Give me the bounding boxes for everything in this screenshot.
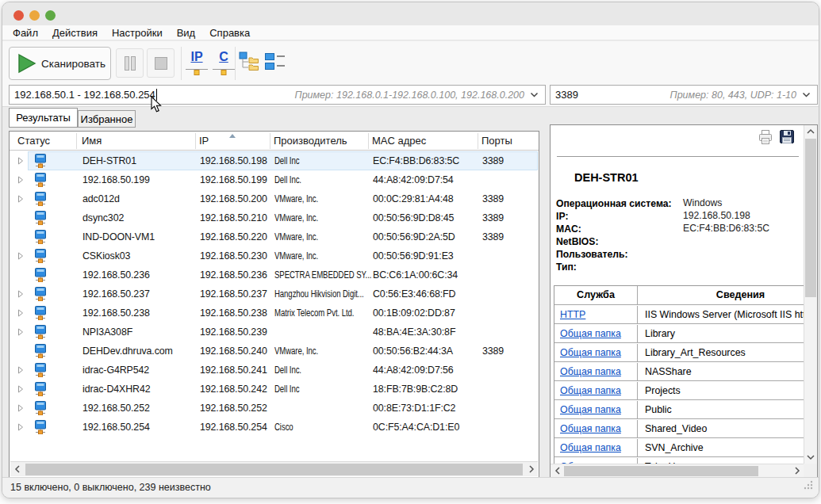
device-row[interactable]: idrac-G4RP542192.168.50.241Dell Inc.44:A… xyxy=(10,361,538,380)
expand-arrow-icon[interactable] xyxy=(17,399,27,418)
expand-arrow-icon[interactable] xyxy=(17,361,27,380)
expand-arrow-icon[interactable] xyxy=(17,284,27,304)
column-separator[interactable] xyxy=(368,133,369,149)
detail-field: IP:192.168.50.198 xyxy=(556,209,800,222)
tree-view-button[interactable] xyxy=(239,51,263,74)
chevron-down-icon[interactable] xyxy=(530,92,539,97)
scroll-right-arrow[interactable] xyxy=(524,462,538,476)
scroll-left-arrow[interactable] xyxy=(551,464,564,477)
column-separator[interactable] xyxy=(195,133,196,149)
column-header-4[interactable]: MAC адрес xyxy=(372,132,426,151)
scrollbar-thumb[interactable] xyxy=(25,464,523,475)
minimize-window-button[interactable] xyxy=(29,10,40,21)
device-row[interactable]: 192.168.50.199192.168.50.199Dell Inc.44:… xyxy=(10,170,538,189)
service-link[interactable]: Общая папка xyxy=(560,423,621,434)
computer-icon xyxy=(33,399,49,418)
cell-name: DEH-STR01 xyxy=(82,151,198,170)
scroll-up-arrow[interactable] xyxy=(804,125,817,138)
column-separator[interactable] xyxy=(270,133,270,149)
menu-item-4[interactable]: Справка xyxy=(209,27,250,39)
device-row[interactable]: DEH-STR01192.168.50.198Dell IncEC:F4:BB:… xyxy=(10,151,538,170)
device-row[interactable]: DEHDev.dhruva.com192.168.50.240VMware, I… xyxy=(10,342,538,361)
scroll-down-arrow[interactable] xyxy=(804,451,817,464)
scan-button[interactable]: Сканировать xyxy=(9,47,111,80)
scrollbar-thumb[interactable] xyxy=(564,466,758,476)
details-vertical-scrollbar[interactable] xyxy=(804,125,817,464)
device-row[interactable]: 192.168.50.252192.168.50.25200:8E:73:D1:… xyxy=(10,399,538,418)
service-link[interactable]: Общая папка xyxy=(560,366,621,377)
service-link[interactable]: HTTP xyxy=(560,309,585,320)
device-row[interactable]: CSKiosk03192.168.50.230VMware, Inc.00:50… xyxy=(10,246,538,265)
column-separator[interactable] xyxy=(76,133,77,149)
save-button[interactable] xyxy=(779,129,796,148)
service-row: Общая папкаPublic xyxy=(554,399,804,419)
titlebar[interactable] xyxy=(2,2,819,25)
menu-item-2[interactable]: Настройки xyxy=(112,27,163,39)
resize-grip[interactable] xyxy=(803,479,814,494)
details-horizontal-scrollbar[interactable] xyxy=(551,464,804,477)
device-row[interactable]: 192.168.50.237192.168.50.237Hangzhou Hik… xyxy=(10,284,538,304)
expand-arrow-icon[interactable] xyxy=(17,170,27,189)
expand-arrow-icon[interactable] xyxy=(17,246,27,265)
service-link[interactable]: Общая папка xyxy=(560,385,621,396)
device-row[interactable]: IND-DOON-VM1192.168.50.220VMware, Inc.00… xyxy=(10,227,538,246)
play-icon xyxy=(16,53,36,74)
service-info: IIS Windows Server (Microsoft IIS htt xyxy=(639,306,804,324)
services-table: СлужбаСведенияHTTPIIS Windows Server (Mi… xyxy=(554,285,804,464)
device-row[interactable]: adc012d192.168.50.200VMware, Inc.00:0C:2… xyxy=(10,189,538,208)
expand-arrow-icon[interactable] xyxy=(17,304,27,323)
computer-icon xyxy=(33,323,49,342)
menu-item-1[interactable]: Действия xyxy=(52,27,98,39)
expand-arrow-icon[interactable] xyxy=(17,323,27,342)
pause-button[interactable] xyxy=(116,48,144,78)
device-row[interactable]: dsync302192.168.50.210VMware, Inc.00:50:… xyxy=(10,208,538,227)
ip-range-input[interactable]: 192.168.50.1 - 192.168.50.254 Пример: 19… xyxy=(9,85,546,105)
device-row[interactable]: NPI3A308F192.168.50.23948:BA:4E:3A:30:8F xyxy=(10,323,538,342)
service-link[interactable]: Общая папка xyxy=(560,442,621,453)
scan-ip-class-button[interactable]: IP xyxy=(183,49,210,81)
expand-arrow-icon[interactable] xyxy=(17,151,27,170)
chevron-down-icon[interactable] xyxy=(802,92,811,97)
column-header-5[interactable]: Порты xyxy=(481,132,512,151)
column-header-1[interactable]: Имя xyxy=(82,132,102,151)
scan-c-class-button[interactable]: C xyxy=(210,49,237,81)
list-view-button[interactable] xyxy=(264,51,288,74)
service-link[interactable]: Общая папка xyxy=(560,404,621,415)
scrollbar-thumb[interactable] xyxy=(805,139,816,297)
close-window-button[interactable] xyxy=(13,10,24,21)
column-header-3[interactable]: Производитель xyxy=(274,132,347,151)
device-row[interactable]: 192.168.50.254192.168.50.254Cisco0C:F5:A… xyxy=(10,418,538,437)
device-row[interactable]: idrac-D4XHR42192.168.50.242Dell Inc18:FB… xyxy=(10,380,538,399)
menu-item-3[interactable]: Вид xyxy=(177,27,196,39)
column-separator[interactable] xyxy=(478,133,478,149)
cell-ip: 192.168.50.240 xyxy=(200,342,273,361)
tab-favorites[interactable]: Избранное xyxy=(78,110,136,128)
expand-arrow-icon[interactable] xyxy=(17,418,27,437)
tab-results[interactable]: Результаты xyxy=(9,108,78,128)
expand-arrow-icon[interactable] xyxy=(17,380,27,399)
expand-arrow-icon[interactable] xyxy=(17,189,27,208)
service-link[interactable]: Общая папка xyxy=(560,328,621,339)
print-button[interactable] xyxy=(757,129,774,148)
results-horizontal-scrollbar[interactable] xyxy=(10,461,538,476)
computer-icon xyxy=(33,246,49,265)
menu-item-0[interactable]: Файл xyxy=(13,27,38,39)
zoom-window-button[interactable] xyxy=(45,10,56,21)
port-input[interactable]: 3389 Пример: 80, 443, UDP: 1-10 xyxy=(550,85,818,105)
service-link[interactable]: Общая папка xyxy=(560,347,621,358)
ip-range-value: 192.168.50.1 - 192.168.50.254 xyxy=(14,89,155,101)
stop-button[interactable] xyxy=(147,48,175,78)
computer-icon xyxy=(33,227,49,246)
scroll-right-arrow[interactable] xyxy=(790,464,804,477)
cell-mac: 00:50:56:9D:91:E3 xyxy=(373,246,481,265)
device-row[interactable]: 192.168.50.236192.168.50.236SPECTRA EMBE… xyxy=(10,265,538,284)
column-header-0[interactable]: Статус xyxy=(17,132,50,151)
column-header-2[interactable]: IP xyxy=(199,132,209,151)
cell-vendor: Matrix Telecom Pvt. Ltd. xyxy=(274,304,372,323)
computer-icon xyxy=(33,265,49,284)
results-table: СтатусИмяIPПроизводительMAC адресПорты D… xyxy=(9,131,539,478)
cell-vendor xyxy=(274,323,372,342)
scroll-left-arrow[interactable] xyxy=(10,462,24,476)
detail-field-label: Операционная система: xyxy=(556,198,672,209)
device-row[interactable]: 192.168.50.238192.168.50.238Matrix Telec… xyxy=(10,304,538,323)
